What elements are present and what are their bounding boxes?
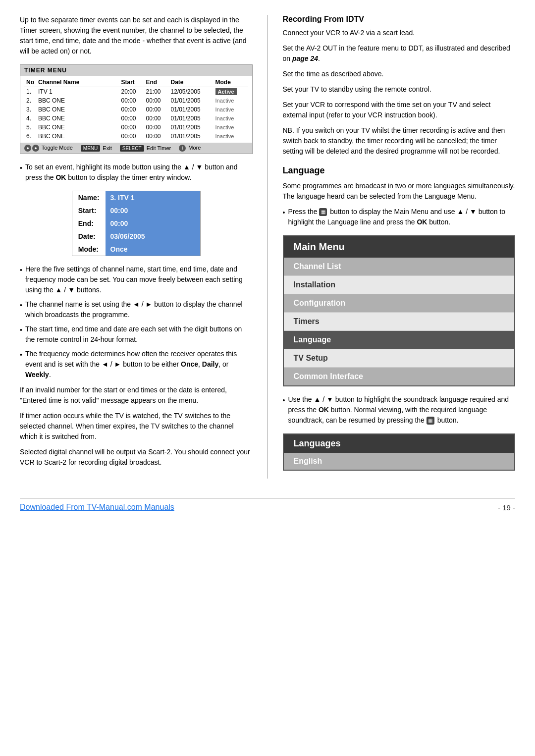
cell-date: 01/01/2005: [169, 132, 214, 141]
main-menu-item: Installation: [284, 276, 515, 294]
footer-link[interactable]: Downloaded From TV-Manual.com Manuals: [20, 503, 174, 512]
footer-more: i More: [179, 145, 201, 152]
cell-end: 21:00: [144, 87, 169, 97]
rec-para2: Set the AV-2 OUT in the feature menu to …: [283, 43, 516, 64]
cell-start: 00:00: [119, 96, 144, 105]
cell-no: 4.: [24, 114, 36, 123]
mode-badge: Active: [215, 88, 237, 95]
bullet-dot-5: •: [20, 350, 22, 380]
circle-icon: ●: [24, 145, 31, 152]
lang-bullet-2: • Use the ▲ / ▼ button to highlight the …: [283, 394, 516, 426]
footer-edit-timer: SELECT Edit Timer: [120, 145, 171, 151]
lang-bullet-dot-2: •: [283, 395, 285, 426]
footer-exit: MENU Exit: [81, 145, 112, 151]
cell-start: 00:00: [119, 105, 144, 114]
timer-entry-table: Name: 3. ITV 1 Start: 00:00 End: 00:00 D…: [72, 191, 200, 256]
bullet-text-5: The frequency mode determines how often …: [25, 349, 253, 380]
languages-items-container: English: [284, 453, 515, 470]
bullet-dot-4: •: [20, 325, 22, 345]
cell-channel: BBC ONE: [36, 132, 119, 141]
cell-mode: Inactive: [214, 114, 248, 123]
table-row: 6. BBC ONE 00:00 00:00 01/01/2005 Inacti…: [24, 132, 248, 141]
lang-bullet-dot-1: •: [283, 208, 285, 227]
intro-paragraph: Up to five separate timer events can be …: [20, 15, 253, 56]
name-value: 3. ITV 1: [106, 191, 200, 204]
entry-start-row: Start: 00:00: [72, 204, 200, 217]
bullet-text-1: To set an event, highlight its mode butt…: [25, 162, 253, 183]
lang-bullet-1: • Press the ▦ button to display the Main…: [283, 207, 516, 227]
table-row: 4. BBC ONE 00:00 00:00 01/01/2005 Inacti…: [24, 114, 248, 123]
bullet-text-4: The start time, end time and date are ea…: [25, 324, 253, 345]
recording-heading: Recording From IDTV: [283, 15, 516, 24]
mode-badge: Inactive: [215, 98, 234, 104]
cell-start: 00:00: [119, 114, 144, 123]
bullet-list-2: • Here the five settings of channel name…: [20, 264, 253, 380]
main-menu-item: Configuration: [284, 294, 515, 313]
rec-para6: NB. If you switch on your TV whilst the …: [283, 125, 516, 157]
languages-box: Languages English: [283, 433, 516, 471]
table-row: 3. BBC ONE 00:00 00:00 01/01/2005 Inacti…: [24, 105, 248, 114]
main-menu-items-container: Channel ListInstallationConfigurationTim…: [284, 258, 515, 385]
page-layout: Up to five separate timer events can be …: [20, 15, 515, 479]
cell-start: 00:00: [119, 132, 144, 141]
entry-date-row: Date: 03/06/2005: [72, 230, 200, 243]
table-row: 2. BBC ONE 00:00 00:00 01/01/2005 Inacti…: [24, 96, 248, 105]
mode-label: Mode:: [72, 243, 106, 256]
entry-mode-row: Mode: Once: [72, 243, 200, 256]
cell-no: 1.: [24, 87, 36, 97]
lang-para1: Some programmes are broadcast in two or …: [283, 181, 516, 202]
start-label: Start:: [72, 204, 106, 217]
bullet-item-2: • Here the five settings of channel name…: [20, 264, 253, 295]
cell-date: 01/01/2005: [169, 105, 214, 114]
footer-toggle-mode: ●● Toggle Mode: [24, 145, 73, 152]
date-value: 03/06/2005: [106, 230, 200, 243]
para-invalid: If an invalid number for the start or en…: [20, 385, 253, 406]
end-label: End:: [72, 217, 106, 230]
page-number: - 19 -: [498, 503, 515, 512]
lang-bullet-text-1: Press the ▦ button to display the Main M…: [288, 207, 515, 227]
bullet-text-2: Here the five settings of channel name, …: [25, 264, 253, 295]
lang-bullet-text-2: Use the ▲ / ▼ button to highlight the so…: [288, 394, 515, 426]
cell-end: 00:00: [144, 105, 169, 114]
main-menu-item: Common Interface: [284, 368, 515, 385]
main-menu-item: Timers: [284, 313, 515, 331]
cell-no: 2.: [24, 96, 36, 105]
menu-pill: MENU: [81, 145, 100, 152]
mode-badge: Inactive: [215, 124, 234, 130]
cell-no: 5.: [24, 123, 36, 132]
rec-para4: Set your TV to standby using the remote …: [283, 84, 516, 95]
cell-date: 01/01/2005: [169, 123, 214, 132]
bullet-text-3: The channel name is set using the ◄ / ► …: [25, 299, 253, 320]
timer-menu-header: TIMER MENU: [20, 65, 252, 76]
mode-badge: Inactive: [215, 133, 234, 139]
cell-mode: Inactive: [214, 96, 248, 105]
mode-badge: Inactive: [215, 107, 234, 112]
mode-badge: Inactive: [215, 115, 234, 121]
bullet-list-1: • To set an event, highlight its mode bu…: [20, 162, 253, 183]
bullet-item-1: • To set an event, highlight its mode bu…: [20, 162, 253, 183]
timer-entry-box: Name: 3. ITV 1 Start: 00:00 End: 00:00 D…: [72, 191, 201, 256]
table-row: 1. ITV 1 20:00 21:00 12/05/2005 Active: [24, 87, 248, 97]
cell-end: 00:00: [144, 114, 169, 123]
cell-date: 01/01/2005: [169, 114, 214, 123]
languages-item: English: [284, 453, 515, 470]
cell-channel: ITV 1: [36, 87, 119, 97]
cell-date: 01/01/2005: [169, 96, 214, 105]
table-row: 5. BBC ONE 00:00 00:00 01/01/2005 Inacti…: [24, 123, 248, 132]
page-footer: Downloaded From TV-Manual.com Manuals - …: [20, 498, 515, 512]
select-pill: SELECT: [120, 145, 144, 152]
col-header-no: No: [24, 78, 36, 87]
cell-no: 6.: [24, 132, 36, 141]
rec-para1: Connect your VCR to AV-2 via a scart lea…: [283, 28, 516, 38]
cell-channel: BBC ONE: [36, 123, 119, 132]
cell-start: 00:00: [119, 123, 144, 132]
bullet-item-5: • The frequency mode determines how ofte…: [20, 349, 253, 380]
para-scart: Selected digital channel will be output …: [20, 447, 253, 468]
cell-start: 20:00: [119, 87, 144, 97]
cell-end: 00:00: [144, 96, 169, 105]
main-menu-item: TV Setup: [284, 349, 515, 368]
col-header-start: Start: [119, 78, 144, 87]
lang-bullet-list-2: • Use the ▲ / ▼ button to highlight the …: [283, 394, 516, 426]
cell-mode: Inactive: [214, 123, 248, 132]
cell-end: 00:00: [144, 123, 169, 132]
